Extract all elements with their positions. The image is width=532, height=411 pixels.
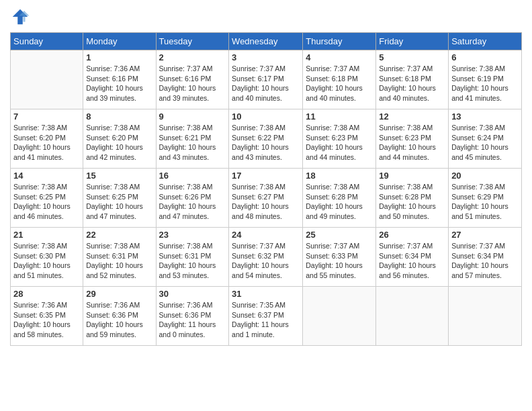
- day-number: 21: [13, 230, 80, 240]
- day-info: Sunrise: 7:38 AM Sunset: 6:19 PM Dayligh…: [451, 64, 519, 103]
- day-info: Sunrise: 7:37 AM Sunset: 6:18 PM Dayligh…: [306, 64, 373, 103]
- calendar-cell: 20Sunrise: 7:38 AM Sunset: 6:29 PM Dayli…: [449, 169, 522, 228]
- day-info: Sunrise: 7:37 AM Sunset: 6:33 PM Dayligh…: [306, 241, 373, 281]
- calendar-cell: 2Sunrise: 7:37 AM Sunset: 6:16 PM Daylig…: [156, 50, 229, 109]
- day-number: 1: [86, 52, 152, 62]
- calendar-cell: 9Sunrise: 7:38 AM Sunset: 6:21 PM Daylig…: [156, 109, 229, 169]
- header-row: SundayMondayTuesdayWednesdayThursdayFrid…: [11, 33, 522, 50]
- day-number: 29: [86, 289, 152, 299]
- calendar-cell: 27Sunrise: 7:37 AM Sunset: 6:34 PM Dayli…: [449, 228, 522, 287]
- day-header-saturday: Saturday: [449, 33, 522, 50]
- day-number: 6: [451, 52, 519, 62]
- day-number: 14: [13, 171, 80, 181]
- calendar-cell: 1Sunrise: 7:36 AM Sunset: 6:16 PM Daylig…: [83, 50, 156, 109]
- calendar-cell: 11Sunrise: 7:38 AM Sunset: 6:23 PM Dayli…: [303, 109, 376, 169]
- day-info: Sunrise: 7:38 AM Sunset: 6:25 PM Dayligh…: [13, 182, 80, 222]
- day-header-monday: Monday: [83, 33, 156, 50]
- calendar-cell: 8Sunrise: 7:38 AM Sunset: 6:20 PM Daylig…: [83, 109, 156, 169]
- day-number: 17: [232, 171, 300, 181]
- day-info: Sunrise: 7:38 AM Sunset: 6:23 PM Dayligh…: [379, 123, 445, 163]
- calendar-cell: 10Sunrise: 7:38 AM Sunset: 6:22 PM Dayli…: [229, 109, 303, 169]
- calendar-cell: 15Sunrise: 7:38 AM Sunset: 6:25 PM Dayli…: [83, 169, 156, 228]
- day-number: 18: [306, 171, 373, 181]
- week-row-3: 14Sunrise: 7:38 AM Sunset: 6:25 PM Dayli…: [11, 169, 522, 228]
- day-number: 11: [306, 111, 373, 122]
- calendar-cell: 22Sunrise: 7:38 AM Sunset: 6:31 PM Dayli…: [83, 228, 156, 287]
- calendar-cell: 12Sunrise: 7:38 AM Sunset: 6:23 PM Dayli…: [376, 109, 449, 169]
- day-number: 4: [306, 52, 373, 62]
- day-number: 5: [379, 52, 445, 62]
- calendar-cell: 5Sunrise: 7:37 AM Sunset: 6:18 PM Daylig…: [376, 50, 449, 109]
- day-number: 2: [159, 52, 226, 62]
- day-info: Sunrise: 7:38 AM Sunset: 6:24 PM Dayligh…: [451, 123, 519, 163]
- day-info: Sunrise: 7:38 AM Sunset: 6:21 PM Dayligh…: [159, 123, 226, 163]
- day-number: 28: [13, 289, 80, 299]
- day-info: Sunrise: 7:38 AM Sunset: 6:20 PM Dayligh…: [86, 123, 152, 163]
- calendar-cell: [449, 287, 522, 346]
- day-info: Sunrise: 7:37 AM Sunset: 6:32 PM Dayligh…: [232, 241, 300, 281]
- calendar-cell: 6Sunrise: 7:38 AM Sunset: 6:19 PM Daylig…: [449, 50, 522, 109]
- day-info: Sunrise: 7:36 AM Sunset: 6:36 PM Dayligh…: [86, 300, 152, 340]
- calendar-cell: 23Sunrise: 7:38 AM Sunset: 6:31 PM Dayli…: [156, 228, 229, 287]
- calendar-cell: 31Sunrise: 7:35 AM Sunset: 6:37 PM Dayli…: [229, 287, 303, 346]
- day-number: 24: [232, 230, 300, 240]
- day-info: Sunrise: 7:37 AM Sunset: 6:18 PM Dayligh…: [379, 64, 445, 103]
- calendar-cell: 3Sunrise: 7:37 AM Sunset: 6:17 PM Daylig…: [229, 50, 303, 109]
- logo-icon: [10, 7, 30, 27]
- day-number: 25: [306, 230, 373, 240]
- day-number: 26: [379, 230, 445, 240]
- calendar-cell: 21Sunrise: 7:38 AM Sunset: 6:30 PM Dayli…: [11, 228, 83, 287]
- day-info: Sunrise: 7:38 AM Sunset: 6:20 PM Dayligh…: [13, 123, 80, 163]
- day-number: 12: [379, 111, 445, 122]
- calendar-cell: 16Sunrise: 7:38 AM Sunset: 6:26 PM Dayli…: [156, 169, 229, 228]
- day-info: Sunrise: 7:38 AM Sunset: 6:26 PM Dayligh…: [159, 182, 226, 222]
- day-number: 7: [13, 111, 80, 122]
- calendar-cell: 18Sunrise: 7:38 AM Sunset: 6:28 PM Dayli…: [303, 169, 376, 228]
- day-header-friday: Friday: [376, 33, 449, 50]
- week-row-4: 21Sunrise: 7:38 AM Sunset: 6:30 PM Dayli…: [11, 228, 522, 287]
- day-info: Sunrise: 7:36 AM Sunset: 6:16 PM Dayligh…: [86, 64, 152, 103]
- calendar-cell: [11, 50, 83, 109]
- day-info: Sunrise: 7:37 AM Sunset: 6:17 PM Dayligh…: [232, 64, 300, 103]
- calendar-cell: 7Sunrise: 7:38 AM Sunset: 6:20 PM Daylig…: [11, 109, 83, 169]
- week-row-5: 28Sunrise: 7:36 AM Sunset: 6:35 PM Dayli…: [11, 287, 522, 346]
- day-info: Sunrise: 7:36 AM Sunset: 6:35 PM Dayligh…: [13, 300, 80, 340]
- week-row-2: 7Sunrise: 7:38 AM Sunset: 6:20 PM Daylig…: [11, 109, 522, 169]
- day-number: 16: [159, 171, 226, 181]
- day-number: 13: [451, 111, 519, 122]
- calendar-cell: 26Sunrise: 7:37 AM Sunset: 6:34 PM Dayli…: [376, 228, 449, 287]
- day-info: Sunrise: 7:36 AM Sunset: 6:36 PM Dayligh…: [159, 300, 226, 340]
- calendar-cell: 19Sunrise: 7:38 AM Sunset: 6:28 PM Dayli…: [376, 169, 449, 228]
- day-info: Sunrise: 7:38 AM Sunset: 6:25 PM Dayligh…: [86, 182, 152, 222]
- calendar-cell: 25Sunrise: 7:37 AM Sunset: 6:33 PM Dayli…: [303, 228, 376, 287]
- day-header-thursday: Thursday: [303, 33, 376, 50]
- day-info: Sunrise: 7:38 AM Sunset: 6:30 PM Dayligh…: [13, 241, 80, 281]
- day-number: 23: [159, 230, 226, 240]
- day-number: 19: [379, 171, 445, 181]
- day-info: Sunrise: 7:37 AM Sunset: 6:16 PM Dayligh…: [159, 64, 226, 103]
- day-number: 30: [159, 289, 226, 299]
- day-info: Sunrise: 7:37 AM Sunset: 6:34 PM Dayligh…: [379, 241, 445, 281]
- day-info: Sunrise: 7:38 AM Sunset: 6:28 PM Dayligh…: [379, 182, 445, 222]
- day-number: 31: [232, 289, 300, 299]
- day-number: 22: [86, 230, 152, 240]
- day-info: Sunrise: 7:38 AM Sunset: 6:23 PM Dayligh…: [306, 123, 373, 163]
- day-number: 8: [86, 111, 152, 122]
- calendar-page: SundayMondayTuesdayWednesdayThursdayFrid…: [0, 0, 532, 411]
- calendar-cell: 28Sunrise: 7:36 AM Sunset: 6:35 PM Dayli…: [11, 287, 83, 346]
- calendar-cell: 14Sunrise: 7:38 AM Sunset: 6:25 PM Dayli…: [11, 169, 83, 228]
- day-number: 27: [451, 230, 519, 240]
- calendar-cell: 17Sunrise: 7:38 AM Sunset: 6:27 PM Dayli…: [229, 169, 303, 228]
- day-number: 15: [86, 171, 152, 181]
- day-header-wednesday: Wednesday: [229, 33, 303, 50]
- day-info: Sunrise: 7:37 AM Sunset: 6:34 PM Dayligh…: [451, 241, 519, 281]
- logo: [10, 7, 33, 27]
- header: [10, 7, 522, 27]
- calendar-table: SundayMondayTuesdayWednesdayThursdayFrid…: [10, 32, 522, 346]
- day-info: Sunrise: 7:38 AM Sunset: 6:31 PM Dayligh…: [86, 241, 152, 281]
- day-info: Sunrise: 7:38 AM Sunset: 6:28 PM Dayligh…: [306, 182, 373, 222]
- day-number: 10: [232, 111, 300, 122]
- calendar-cell: 29Sunrise: 7:36 AM Sunset: 6:36 PM Dayli…: [83, 287, 156, 346]
- day-info: Sunrise: 7:35 AM Sunset: 6:37 PM Dayligh…: [232, 300, 300, 340]
- calendar-cell: [376, 287, 449, 346]
